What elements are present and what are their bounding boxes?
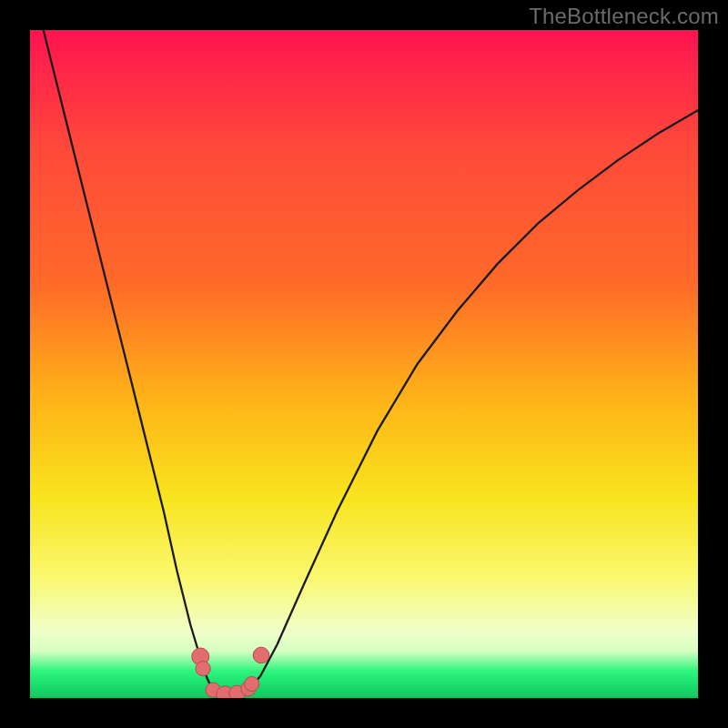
plot-area xyxy=(30,30,698,698)
curve-markers xyxy=(192,647,269,698)
curve-marker xyxy=(245,677,259,692)
curve-marker xyxy=(196,662,210,676)
curve-marker xyxy=(253,647,269,663)
chart-frame: TheBottleneck.com xyxy=(0,0,728,728)
curve-layer xyxy=(30,30,698,698)
bottleneck-curve xyxy=(30,30,698,696)
watermark-text: TheBottleneck.com xyxy=(529,4,719,29)
